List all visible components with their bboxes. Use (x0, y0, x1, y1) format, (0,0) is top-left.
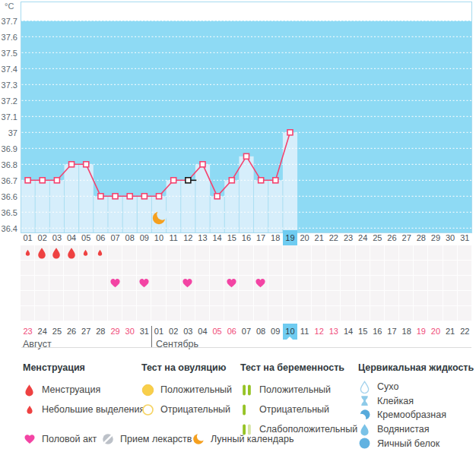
temp-bar-day-12[interactable] (181, 180, 195, 232)
notes-row-cell-11[interactable] (167, 306, 181, 321)
temp-marker-day-11[interactable] (171, 178, 176, 183)
cycle-day-cell-25[interactable]: 25 (370, 230, 385, 245)
cycle-day-cell-06[interactable]: 06 (94, 230, 108, 245)
ovulation-test-row-cell-25[interactable] (370, 261, 385, 276)
cycle-day-cell-02[interactable]: 02 (35, 230, 49, 245)
menstruation-row-cell-13[interactable] (195, 245, 210, 261)
ovulation-test-row-cell-27[interactable] (399, 261, 414, 276)
pregnancy-test-row-cell-29[interactable] (428, 291, 443, 306)
temp-marker-day-15[interactable] (229, 178, 234, 183)
cycle-day-cell-21[interactable]: 21 (312, 230, 326, 245)
intercourse-row-cell-23[interactable] (341, 276, 355, 291)
date-cell-Август-29[interactable]: 29 (108, 324, 122, 340)
intercourse-row-cell-30[interactable] (443, 276, 458, 291)
menstruation-row-cell-09[interactable] (137, 245, 151, 261)
cycle-day-cell-01[interactable]: 01 (21, 230, 35, 245)
ovulation-test-row-cell-10[interactable] (151, 261, 166, 276)
date-cell-Сентябрь-19[interactable]: 19 (414, 324, 428, 340)
intercourse-row-cell-26[interactable] (385, 276, 399, 291)
temp-marker-day-18[interactable] (273, 178, 278, 183)
menstruation-row-cell-10[interactable] (151, 245, 166, 261)
ovulation-test-row-cell-26[interactable] (385, 261, 399, 276)
date-cell-Сентябрь-04[interactable]: 04 (195, 324, 210, 340)
ovulation-test-row-cell-15[interactable] (224, 261, 239, 276)
intercourse-row-cell-13[interactable] (195, 276, 210, 291)
ovulation-test-row-cell-20[interactable] (297, 261, 312, 276)
date-cell-Сентябрь-03[interactable]: 03 (181, 324, 195, 340)
date-cell-Август-24[interactable]: 24 (35, 324, 49, 340)
temp-marker-day-09[interactable] (141, 194, 147, 199)
pregnancy-test-row-cell-08[interactable] (122, 291, 137, 306)
ovulation-test-row-cell-19[interactable] (283, 261, 297, 276)
ovulation-test-row-cell-03[interactable] (49, 261, 64, 276)
temp-bar-day-15[interactable] (224, 180, 239, 232)
temp-marker-day-08[interactable] (127, 194, 132, 199)
intercourse-row-cell-21[interactable] (312, 276, 326, 291)
intercourse-row-cell-20[interactable] (297, 276, 312, 291)
date-cell-Сентябрь-06[interactable]: 06 (224, 324, 239, 340)
intercourse-row-cell-03[interactable] (49, 276, 64, 291)
notes-row-cell-04[interactable] (64, 306, 78, 321)
date-cell-Август-28[interactable]: 28 (94, 324, 108, 340)
intercourse-row-cell-17[interactable] (254, 276, 268, 291)
temp-bar-day-08[interactable] (122, 196, 137, 232)
menstruation-row-cell-25[interactable] (370, 245, 385, 261)
notes-row-cell-21[interactable] (312, 306, 326, 321)
temp-bar-day-17[interactable] (254, 180, 268, 232)
temp-bar-day-11[interactable] (167, 180, 181, 232)
intercourse-row-cell-01[interactable] (21, 276, 35, 291)
date-cell-Сентябрь-09[interactable]: 09 (268, 324, 283, 340)
date-cell-Август-30[interactable]: 30 (122, 324, 137, 340)
menstruation-row-cell-22[interactable] (326, 245, 341, 261)
date-cell-Сентябрь-17[interactable]: 17 (385, 324, 399, 340)
temp-marker-day-01[interactable] (25, 178, 30, 183)
intercourse-row-cell-29[interactable] (428, 276, 443, 291)
menstruation-row-cell-30[interactable] (443, 245, 458, 261)
pregnancy-test-row-cell-31[interactable] (458, 291, 472, 306)
date-cell-Сентябрь-02[interactable]: 02 (167, 324, 181, 340)
pregnancy-test-row-cell-28[interactable] (414, 291, 428, 306)
date-cell-Сентябрь-05[interactable]: 05 (210, 324, 224, 340)
date-cell-Сентябрь-07[interactable]: 07 (239, 324, 253, 340)
intercourse-row-cell-15[interactable] (224, 276, 239, 291)
intercourse-row-cell-07[interactable] (108, 276, 122, 291)
pregnancy-test-row-cell-16[interactable] (239, 291, 253, 306)
menstruation-row-cell-29[interactable] (428, 245, 443, 261)
cycle-day-cell-12[interactable]: 12 (181, 230, 195, 245)
ovulation-test-row-cell-30[interactable] (443, 261, 458, 276)
cycle-day-cell-08[interactable]: 08 (122, 230, 137, 245)
cycle-day-cell-24[interactable]: 24 (356, 230, 370, 245)
menstruation-row-cell-01[interactable] (21, 245, 35, 261)
intercourse-row-cell-09[interactable] (137, 276, 151, 291)
temp-marker-day-06[interactable] (98, 194, 103, 199)
notes-row-cell-18[interactable] (268, 306, 283, 321)
notes-row-cell-24[interactable] (356, 306, 370, 321)
cycle-day-cell-04[interactable]: 04 (64, 230, 78, 245)
menstruation-row-cell-06[interactable] (94, 245, 108, 261)
menstruation-row-cell-23[interactable] (341, 245, 355, 261)
ovulation-test-row-cell-12[interactable] (181, 261, 195, 276)
menstruation-row-cell-17[interactable] (254, 245, 268, 261)
temp-bar-day-09[interactable] (137, 196, 151, 232)
pregnancy-test-row-cell-19[interactable] (283, 291, 297, 306)
menstruation-row-cell-24[interactable] (356, 245, 370, 261)
ovulation-test-row-cell-28[interactable] (414, 261, 428, 276)
cycle-day-cell-26[interactable]: 26 (385, 230, 399, 245)
menstruation-row-cell-27[interactable] (399, 245, 414, 261)
ovulation-test-row-cell-21[interactable] (312, 261, 326, 276)
pregnancy-test-row-cell-30[interactable] (443, 291, 458, 306)
ovulation-test-row-cell-22[interactable] (326, 261, 341, 276)
date-cell-Август-25[interactable]: 25 (49, 324, 64, 340)
pregnancy-test-row-cell-18[interactable] (268, 291, 283, 306)
menstruation-row-cell-18[interactable] (268, 245, 283, 261)
cycle-day-cell-22[interactable]: 22 (326, 230, 341, 245)
date-cell-Сентябрь-08[interactable]: 08 (254, 324, 268, 340)
date-cell-Сентябрь-22[interactable]: 22 (458, 324, 472, 340)
intercourse-row-cell-08[interactable] (122, 276, 137, 291)
notes-row-cell-01[interactable] (21, 306, 35, 321)
date-cell-Сентябрь-01[interactable]: 01 (151, 324, 166, 340)
ovulation-test-row-cell-09[interactable] (137, 261, 151, 276)
ovulation-test-row-cell-01[interactable] (21, 261, 35, 276)
cycle-day-cell-05[interactable]: 05 (79, 230, 94, 245)
temp-marker-day-13[interactable] (200, 162, 205, 167)
